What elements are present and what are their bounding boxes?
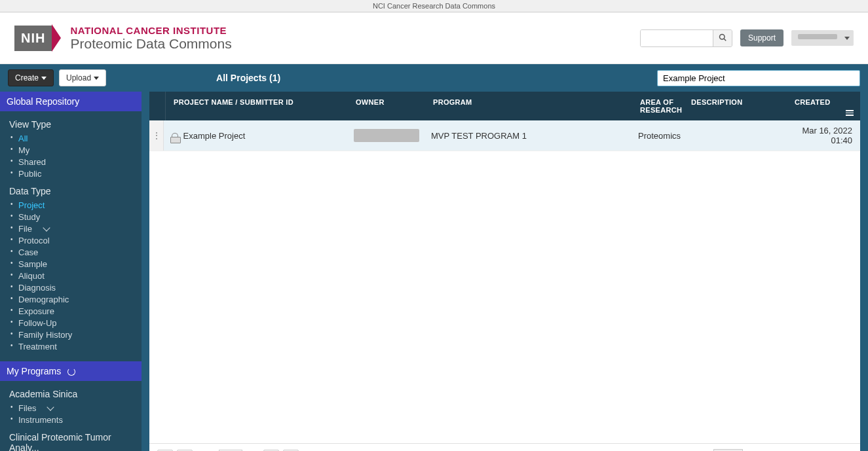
data-type-item[interactable]: Case [18,246,142,258]
view-type-title: View Type [0,117,142,131]
global-search [640,29,732,47]
caret-down-icon [94,77,99,80]
cell-program: MVP TEST PROGRAM 1 [423,126,630,146]
logo: NIH NATIONAL CANCER INSTITUTE Proteomic … [14,24,232,52]
col-program[interactable]: PROGRAM [425,92,632,120]
refresh-icon[interactable] [67,368,75,376]
search-input[interactable] [641,30,713,46]
col-name[interactable]: PROJECT NAME / SUBMITTER ID [166,92,348,120]
header-actions: Support [640,29,854,47]
data-type-item[interactable]: Project [18,199,142,211]
data-type-item[interactable]: Diagnosis [18,281,142,293]
view-type-item[interactable]: All [18,132,142,144]
view-title: All Projects (1) [216,73,280,83]
lock-icon [172,133,178,139]
data-type-item[interactable]: Protocol [18,234,142,246]
data-type-item[interactable]: Sample [18,258,142,270]
sidebar-header-programs[interactable]: My Programs [0,361,142,381]
chevron-down-icon [43,224,50,231]
col-created[interactable]: CREATED [787,92,860,120]
col-owner[interactable]: OWNER [348,92,425,120]
sidebar-header-global[interactable]: Global Repository [0,92,142,111]
svg-line-1 [724,39,726,41]
chevron-right-icon [52,24,61,52]
view-type-item[interactable]: My [18,144,142,156]
col-desc[interactable]: DESCRIPTION [683,92,787,120]
program-item[interactable]: Files [18,402,142,414]
toolbar: Create Upload All Projects (1) [0,64,868,92]
data-type-item[interactable]: Treatment [18,340,142,352]
data-type-item[interactable]: File [18,223,142,234]
pager: « ‹ Page of 1 › » 20 items per page, 1–1… [149,443,860,451]
app-name: Proteomic Data Commons [70,36,231,52]
program-title[interactable]: Clinical Proteomic Tumor Analy... [0,429,142,451]
view-type-list: AllMySharedPublic [0,131,142,183]
data-type-title: Data Type [0,183,142,198]
data-type-item[interactable]: Exposure [18,305,142,317]
nih-text: NIH [14,26,52,51]
window-title: NCI Cancer Research Data Commons [0,0,868,12]
data-type-item[interactable]: Demographic [18,293,142,305]
logo-text: NATIONAL CANCER INSTITUTE Proteomic Data… [70,25,231,52]
cell-name: Example Project [164,126,346,146]
table-header: PROJECT NAME / SUBMITTER ID OWNER PROGRA… [149,92,860,120]
org-name: NATIONAL CANCER INSTITUTE [70,25,231,36]
create-button[interactable]: Create [8,69,54,86]
support-button[interactable]: Support [740,29,783,46]
data-type-item[interactable]: Family History [18,329,142,340]
program-item[interactable]: Instruments [18,414,142,425]
filter-input[interactable] [657,70,860,86]
view-type-item[interactable]: Shared [18,156,142,168]
data-type-item[interactable]: Aliquot [18,270,142,281]
col-area[interactable]: AREA OF RESEARCH [632,92,683,120]
svg-point-0 [719,34,725,39]
table-body: ⋮ Example ProjectMVP TEST PROGRAM 1Prote… [149,120,860,443]
data-type-list: ProjectStudyFileProtocolCaseSampleAliquo… [0,198,142,356]
chevron-down-icon [47,403,54,410]
data-type-item[interactable]: Study [18,211,142,223]
drag-handle-icon[interactable]: ⋮ [149,120,164,151]
cell-created: Mar 16, 2022 01:40 [785,120,860,151]
search-button[interactable] [713,30,732,46]
data-type-item[interactable]: Follow-Up [18,317,142,329]
caret-down-icon [41,77,47,80]
content-area: PROJECT NAME / SUBMITTER ID OWNER PROGRA… [149,92,860,451]
program-title[interactable]: Academia Sinica [0,386,142,401]
search-icon [719,33,726,41]
user-menu[interactable] [791,30,854,46]
view-type-item[interactable]: Public [18,168,142,179]
app-header: NIH NATIONAL CANCER INSTITUTE Proteomic … [0,12,868,64]
table-menu-icon[interactable] [846,110,854,116]
table-row[interactable]: ⋮ Example ProjectMVP TEST PROGRAM 1Prote… [149,120,860,151]
cell-area: Proteomics [630,126,681,146]
sidebar: Global Repository View Type AllMySharedP… [0,92,142,451]
upload-button[interactable]: Upload [59,69,106,86]
cell-owner [346,124,423,147]
cell-desc [681,130,785,141]
nih-badge: NIH [14,24,61,52]
